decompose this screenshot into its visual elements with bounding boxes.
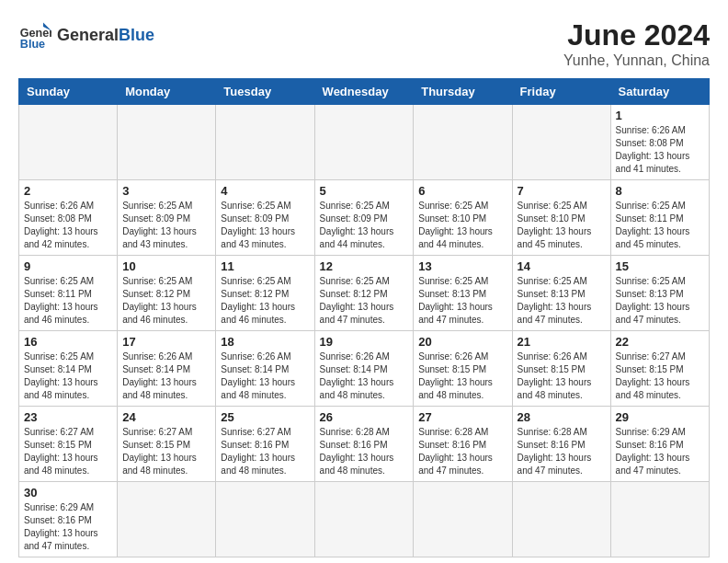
- calendar-cell: 11Sunrise: 6:25 AM Sunset: 8:12 PM Dayli…: [216, 256, 314, 331]
- weekday-header-tuesday: Tuesday: [216, 79, 314, 105]
- day-number: 28: [518, 410, 606, 424]
- day-number: 5: [320, 184, 409, 198]
- day-number: 25: [221, 410, 309, 424]
- day-number: 30: [24, 486, 112, 500]
- day-number: 11: [221, 259, 309, 273]
- day-number: 3: [122, 184, 210, 198]
- day-info: Sunrise: 6:29 AM Sunset: 8:16 PM Dayligh…: [24, 501, 112, 553]
- day-info: Sunrise: 6:25 AM Sunset: 8:13 PM Dayligh…: [616, 275, 704, 327]
- calendar-cell: [118, 482, 216, 557]
- day-info: Sunrise: 6:27 AM Sunset: 8:15 PM Dayligh…: [122, 426, 210, 477]
- week-row-6: 30Sunrise: 6:29 AM Sunset: 8:16 PM Dayli…: [19, 482, 710, 557]
- day-info: Sunrise: 6:29 AM Sunset: 8:16 PM Dayligh…: [616, 426, 704, 477]
- calendar-cell: 21Sunrise: 6:26 AM Sunset: 8:15 PM Dayli…: [512, 331, 610, 407]
- calendar-cell: 27Sunrise: 6:28 AM Sunset: 8:16 PM Dayli…: [414, 407, 512, 482]
- day-number: 22: [616, 335, 704, 349]
- day-info: Sunrise: 6:26 AM Sunset: 8:08 PM Dayligh…: [24, 200, 112, 251]
- calendar-cell: 29Sunrise: 6:29 AM Sunset: 8:16 PM Dayli…: [610, 407, 709, 482]
- day-number: 16: [24, 335, 112, 349]
- day-info: Sunrise: 6:28 AM Sunset: 8:16 PM Dayligh…: [320, 426, 409, 477]
- calendar-cell: 24Sunrise: 6:27 AM Sunset: 8:15 PM Dayli…: [118, 407, 216, 482]
- day-info: Sunrise: 6:25 AM Sunset: 8:12 PM Dayligh…: [320, 275, 409, 327]
- day-info: Sunrise: 6:25 AM Sunset: 8:09 PM Dayligh…: [221, 200, 309, 251]
- calendar-cell: [314, 482, 414, 557]
- calendar-cell: 18Sunrise: 6:26 AM Sunset: 8:14 PM Dayli…: [216, 331, 314, 407]
- day-number: 29: [616, 410, 704, 424]
- weekday-header-row: SundayMondayTuesdayWednesdayThursdayFrid…: [19, 79, 710, 105]
- calendar-cell: 12Sunrise: 6:25 AM Sunset: 8:12 PM Dayli…: [314, 256, 414, 331]
- day-info: Sunrise: 6:28 AM Sunset: 8:16 PM Dayligh…: [418, 426, 506, 477]
- day-number: 18: [221, 335, 309, 349]
- calendar-cell: 4Sunrise: 6:25 AM Sunset: 8:09 PM Daylig…: [216, 180, 314, 256]
- weekday-header-friday: Friday: [512, 79, 610, 105]
- day-number: 20: [418, 335, 506, 349]
- weekday-header-wednesday: Wednesday: [314, 79, 414, 105]
- day-number: 19: [320, 335, 409, 349]
- day-info: Sunrise: 6:25 AM Sunset: 8:13 PM Dayligh…: [418, 275, 506, 327]
- day-info: Sunrise: 6:27 AM Sunset: 8:15 PM Dayligh…: [24, 426, 112, 477]
- day-info: Sunrise: 6:25 AM Sunset: 8:09 PM Dayligh…: [320, 200, 409, 251]
- calendar-location: Yunhe, Yunnan, China: [563, 52, 710, 69]
- page-header: General Blue GeneralBlue June 2024 Yunhe…: [18, 18, 710, 69]
- day-number: 12: [320, 259, 409, 273]
- day-number: 15: [616, 259, 704, 273]
- calendar-cell: [216, 482, 314, 557]
- calendar-cell: 5Sunrise: 6:25 AM Sunset: 8:09 PM Daylig…: [314, 180, 414, 256]
- day-info: Sunrise: 6:26 AM Sunset: 8:15 PM Dayligh…: [418, 350, 506, 402]
- calendar-cell: 28Sunrise: 6:28 AM Sunset: 8:16 PM Dayli…: [512, 407, 610, 482]
- week-row-4: 16Sunrise: 6:25 AM Sunset: 8:14 PM Dayli…: [19, 331, 710, 407]
- calendar-cell: 2Sunrise: 6:26 AM Sunset: 8:08 PM Daylig…: [19, 180, 118, 256]
- day-number: 23: [24, 410, 112, 424]
- calendar-cell: [414, 482, 512, 557]
- calendar-cell: 1Sunrise: 6:26 AM Sunset: 8:08 PM Daylig…: [610, 105, 709, 180]
- calendar-cell: [19, 105, 118, 180]
- day-number: 17: [122, 335, 210, 349]
- weekday-header-saturday: Saturday: [610, 79, 709, 105]
- calendar-cell: 3Sunrise: 6:25 AM Sunset: 8:09 PM Daylig…: [118, 180, 216, 256]
- calendar-cell: 13Sunrise: 6:25 AM Sunset: 8:13 PM Dayli…: [414, 256, 512, 331]
- day-info: Sunrise: 6:26 AM Sunset: 8:15 PM Dayligh…: [518, 350, 606, 402]
- day-number: 6: [418, 184, 506, 198]
- day-info: Sunrise: 6:26 AM Sunset: 8:14 PM Dayligh…: [122, 350, 210, 402]
- day-info: Sunrise: 6:25 AM Sunset: 8:10 PM Dayligh…: [418, 200, 506, 251]
- day-number: 26: [320, 410, 409, 424]
- day-number: 7: [518, 184, 606, 198]
- calendar-month-year: June 2024: [563, 18, 710, 52]
- day-number: 8: [616, 184, 704, 198]
- week-row-5: 23Sunrise: 6:27 AM Sunset: 8:15 PM Dayli…: [19, 407, 710, 482]
- day-info: Sunrise: 6:26 AM Sunset: 8:08 PM Dayligh…: [616, 124, 704, 176]
- week-row-1: 1Sunrise: 6:26 AM Sunset: 8:08 PM Daylig…: [19, 105, 710, 180]
- day-info: Sunrise: 6:25 AM Sunset: 8:12 PM Dayligh…: [221, 275, 309, 327]
- day-number: 10: [122, 259, 210, 273]
- day-info: Sunrise: 6:26 AM Sunset: 8:14 PM Dayligh…: [320, 350, 409, 402]
- calendar-cell: 10Sunrise: 6:25 AM Sunset: 8:12 PM Dayli…: [118, 256, 216, 331]
- day-number: 14: [518, 259, 606, 273]
- calendar-cell: 8Sunrise: 6:25 AM Sunset: 8:11 PM Daylig…: [610, 180, 709, 256]
- day-info: Sunrise: 6:28 AM Sunset: 8:16 PM Dayligh…: [518, 426, 606, 477]
- logo-general-text: GeneralBlue: [57, 26, 154, 44]
- day-info: Sunrise: 6:27 AM Sunset: 8:16 PM Dayligh…: [221, 426, 309, 477]
- day-number: 21: [518, 335, 606, 349]
- day-info: Sunrise: 6:25 AM Sunset: 8:12 PM Dayligh…: [122, 275, 210, 327]
- week-row-2: 2Sunrise: 6:26 AM Sunset: 8:08 PM Daylig…: [19, 180, 710, 256]
- calendar-cell: [314, 105, 414, 180]
- calendar-cell: 16Sunrise: 6:25 AM Sunset: 8:14 PM Dayli…: [19, 331, 118, 407]
- calendar-cell: 15Sunrise: 6:25 AM Sunset: 8:13 PM Dayli…: [610, 256, 709, 331]
- logo-icon: General Blue: [18, 18, 51, 52]
- calendar-cell: [216, 105, 314, 180]
- week-row-3: 9Sunrise: 6:25 AM Sunset: 8:11 PM Daylig…: [19, 256, 710, 331]
- calendar-cell: 23Sunrise: 6:27 AM Sunset: 8:15 PM Dayli…: [19, 407, 118, 482]
- calendar-cell: 14Sunrise: 6:25 AM Sunset: 8:13 PM Dayli…: [512, 256, 610, 331]
- day-number: 4: [221, 184, 309, 198]
- day-info: Sunrise: 6:27 AM Sunset: 8:15 PM Dayligh…: [616, 350, 704, 402]
- calendar-cell: 30Sunrise: 6:29 AM Sunset: 8:16 PM Dayli…: [19, 482, 118, 557]
- svg-text:Blue: Blue: [20, 38, 45, 51]
- day-number: 27: [418, 410, 506, 424]
- calendar-cell: [414, 105, 512, 180]
- calendar-cell: 19Sunrise: 6:26 AM Sunset: 8:14 PM Dayli…: [314, 331, 414, 407]
- calendar-table: SundayMondayTuesdayWednesdayThursdayFrid…: [18, 78, 710, 557]
- day-info: Sunrise: 6:25 AM Sunset: 8:14 PM Dayligh…: [24, 350, 112, 402]
- day-info: Sunrise: 6:25 AM Sunset: 8:09 PM Dayligh…: [122, 200, 210, 251]
- calendar-cell: 17Sunrise: 6:26 AM Sunset: 8:14 PM Dayli…: [118, 331, 216, 407]
- calendar-cell: 6Sunrise: 6:25 AM Sunset: 8:10 PM Daylig…: [414, 180, 512, 256]
